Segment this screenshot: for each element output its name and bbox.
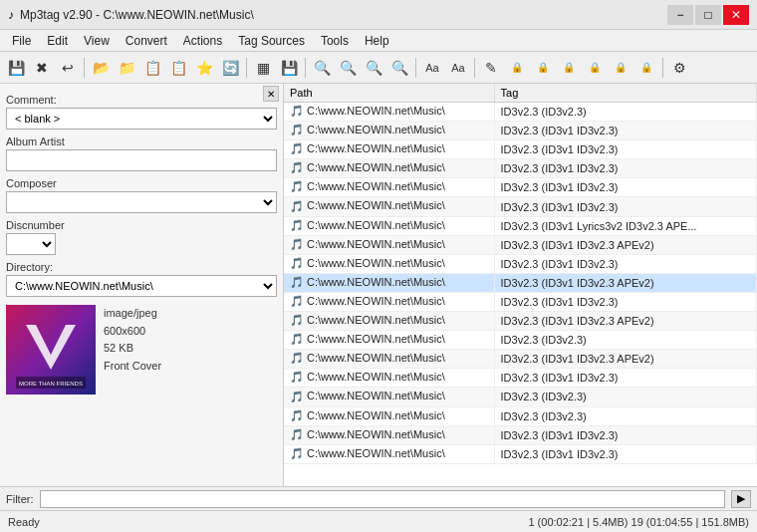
toolbar-open[interactable]: 📂: [89, 56, 113, 80]
main-area: ✕ Comment: < blank > Album Artist Compos…: [0, 84, 757, 486]
separator-1: [84, 58, 85, 78]
cell-path: 🎵C:\www.NEOWIN.net\Music\: [284, 254, 494, 273]
filter-bar: Filter: ▶: [0, 486, 757, 510]
toolbar-lock2[interactable]: 🔒: [531, 56, 555, 80]
cell-tag: ID3v2.3 (ID3v1 ID3v2.3): [494, 159, 756, 178]
discnumber-row: [6, 233, 277, 255]
toolbar-star[interactable]: ⭐: [192, 56, 216, 80]
cell-tag: ID3v2.3 (ID3v1 ID3v2.3): [494, 197, 756, 216]
menu-actions[interactable]: Actions: [175, 32, 230, 50]
panel-close-btn[interactable]: ✕: [263, 86, 279, 102]
close-button[interactable]: ✕: [723, 5, 749, 25]
toolbar-case2[interactable]: Aa: [446, 56, 470, 80]
comment-label: Comment:: [6, 94, 277, 106]
cell-path: 🎵C:\www.NEOWIN.net\Music\: [284, 159, 494, 178]
cell-tag: ID3v2.3 (ID3v1 ID3v2.3): [494, 444, 756, 463]
cell-tag: ID3v2.3 (ID3v1 ID3v2.3 APEv2): [494, 312, 756, 331]
cell-tag: ID3v2.3 (ID3v2.3): [494, 331, 756, 350]
toolbar-save2[interactable]: 💾: [277, 56, 301, 80]
table-row[interactable]: 🎵C:\www.NEOWIN.net\Music\ID3v2.3 (ID3v1 …: [284, 273, 757, 292]
toolbar-refresh[interactable]: 🔄: [218, 56, 242, 80]
menu-help[interactable]: Help: [357, 32, 397, 50]
toolbar-search4[interactable]: 🔍: [387, 56, 411, 80]
table-row[interactable]: 🎵C:\www.NEOWIN.net\Music\ID3v2.3 (ID3v1 …: [284, 350, 757, 369]
composer-select[interactable]: [6, 191, 277, 213]
cell-tag: ID3v2.3 (ID3v2.3): [494, 103, 756, 122]
toolbar-lock6[interactable]: 🔒: [634, 56, 658, 80]
menu-tag-sources[interactable]: Tag Sources: [230, 32, 313, 50]
cell-path: 🎵C:\www.NEOWIN.net\Music\: [284, 103, 494, 122]
toolbar-lock1[interactable]: 🔒: [505, 56, 529, 80]
toolbar-lock5[interactable]: 🔒: [609, 56, 632, 80]
filter-arrow-btn[interactable]: ▶: [731, 490, 751, 508]
cell-tag: ID3v2.3 (ID3v1 ID3v2.3): [494, 140, 756, 159]
maximize-button[interactable]: □: [695, 5, 721, 25]
table-header: Path Tag: [284, 84, 757, 103]
toolbar-search1[interactable]: 🔍: [310, 56, 334, 80]
right-panel[interactable]: Path Tag 🎵C:\www.NEOWIN.net\Music\ID3v2.…: [284, 84, 757, 486]
table-row[interactable]: 🎵C:\www.NEOWIN.net\Music\ID3v2.3 (ID3v2.…: [284, 388, 757, 406]
toolbar-grid[interactable]: ▦: [251, 56, 275, 80]
cell-tag: ID3v2.3 (ID3v1 ID3v2.3): [494, 425, 756, 444]
toolbar-delete[interactable]: ✖: [30, 56, 54, 80]
toolbar-search3[interactable]: 🔍: [362, 56, 385, 80]
toolbar-undo[interactable]: ↩: [56, 56, 80, 80]
table-row[interactable]: 🎵C:\www.NEOWIN.net\Music\ID3v2.3 (ID3v1 …: [284, 312, 757, 331]
table-row[interactable]: 🎵C:\www.NEOWIN.net\Music\ID3v2.3 (ID3v1 …: [284, 425, 757, 444]
comment-select[interactable]: < blank >: [6, 108, 277, 130]
menu-convert[interactable]: Convert: [118, 32, 175, 50]
toolbar-folder2[interactable]: 📋: [140, 56, 164, 80]
menu-file[interactable]: File: [4, 32, 39, 50]
table-row[interactable]: 🎵C:\www.NEOWIN.net\Music\ID3v2.3 (ID3v1 …: [284, 369, 757, 388]
cell-path: 🎵C:\www.NEOWIN.net\Music\: [284, 292, 494, 311]
filter-input[interactable]: [40, 490, 726, 508]
minimize-button[interactable]: −: [667, 5, 693, 25]
file-table: Path Tag 🎵C:\www.NEOWIN.net\Music\ID3v2.…: [284, 84, 757, 464]
cell-path: 🎵C:\www.NEOWIN.net\Music\: [284, 331, 494, 350]
toolbar-case1[interactable]: Aa: [420, 56, 444, 80]
toolbar-settings[interactable]: ⚙: [667, 56, 691, 80]
cell-tag: ID3v2.3 (ID3v1 ID3v2.3): [494, 178, 756, 197]
title-text: Mp3tag v2.90 - C:\www.NEOWIN.net\Music\: [20, 8, 667, 22]
table-row[interactable]: 🎵C:\www.NEOWIN.net\Music\ID3v2.3 (ID3v1 …: [284, 197, 757, 216]
toolbar-lock3[interactable]: 🔒: [557, 56, 581, 80]
toolbar-search2[interactable]: 🔍: [336, 56, 360, 80]
separator-5: [474, 58, 475, 78]
menu-edit[interactable]: Edit: [39, 32, 76, 50]
menu-view[interactable]: View: [76, 32, 118, 50]
separator-2: [246, 58, 247, 78]
cover-format: image/jpeg: [104, 305, 161, 323]
cell-path: 🎵C:\www.NEOWIN.net\Music\: [284, 350, 494, 369]
separator-4: [415, 58, 416, 78]
table-row[interactable]: 🎵C:\www.NEOWIN.net\Music\ID3v2.3 (ID3v1 …: [284, 444, 757, 463]
menu-tools[interactable]: Tools: [313, 32, 357, 50]
cover-image[interactable]: MORE THAN FRIENDS: [6, 305, 96, 395]
cover-image-inner: MORE THAN FRIENDS: [6, 305, 96, 395]
discnumber-select[interactable]: [6, 233, 56, 255]
toolbar-folder3[interactable]: 📋: [166, 56, 190, 80]
cell-tag: ID3v2.3 (ID3v1 ID3v2.3 APEv2): [494, 235, 756, 254]
cover-info: image/jpeg 600x600 52 KB Front Cover: [104, 305, 161, 375]
col-path: Path: [284, 84, 494, 103]
table-row[interactable]: 🎵C:\www.NEOWIN.net\Music\ID3v2.3 (ID3v1 …: [284, 178, 757, 197]
table-row[interactable]: 🎵C:\www.NEOWIN.net\Music\ID3v2.3 (ID3v1 …: [284, 254, 757, 273]
table-row[interactable]: 🎵C:\www.NEOWIN.net\Music\ID3v2.3 (ID3v2.…: [284, 103, 757, 122]
album-artist-input[interactable]: [6, 149, 277, 171]
discnumber-label: Discnumber: [6, 219, 277, 231]
table-row[interactable]: 🎵C:\www.NEOWIN.net\Music\ID3v2.3 (ID3v2.…: [284, 406, 757, 425]
table-row[interactable]: 🎵C:\www.NEOWIN.net\Music\ID3v2.3 (ID3v1 …: [284, 292, 757, 311]
table-row[interactable]: 🎵C:\www.NEOWIN.net\Music\ID3v2.3 (ID3v1 …: [284, 235, 757, 254]
table-row[interactable]: 🎵C:\www.NEOWIN.net\Music\ID3v2.3 (ID3v1 …: [284, 140, 757, 159]
directory-select[interactable]: C:\www.NEOWIN.net\Music\: [6, 275, 277, 297]
title-bar: ♪ Mp3tag v2.90 - C:\www.NEOWIN.net\Music…: [0, 0, 757, 30]
toolbar-folder1[interactable]: 📁: [115, 56, 138, 80]
toolbar-save[interactable]: 💾: [4, 56, 28, 80]
table-row[interactable]: 🎵C:\www.NEOWIN.net\Music\ID3v2.3 (ID3v1 …: [284, 122, 757, 140]
toolbar-edit[interactable]: ✎: [479, 56, 503, 80]
table-row[interactable]: 🎵C:\www.NEOWIN.net\Music\ID3v2.3 (ID3v1 …: [284, 159, 757, 178]
table-row[interactable]: 🎵C:\www.NEOWIN.net\Music\ID3v2.3 (ID3v2.…: [284, 331, 757, 350]
table-row[interactable]: 🎵C:\www.NEOWIN.net\Music\ID3v2.3 (ID3v1 …: [284, 216, 757, 235]
cell-path: 🎵C:\www.NEOWIN.net\Music\: [284, 273, 494, 292]
cell-tag: ID3v2.3 (ID3v1 ID3v2.3): [494, 122, 756, 140]
toolbar-lock4[interactable]: 🔒: [583, 56, 607, 80]
